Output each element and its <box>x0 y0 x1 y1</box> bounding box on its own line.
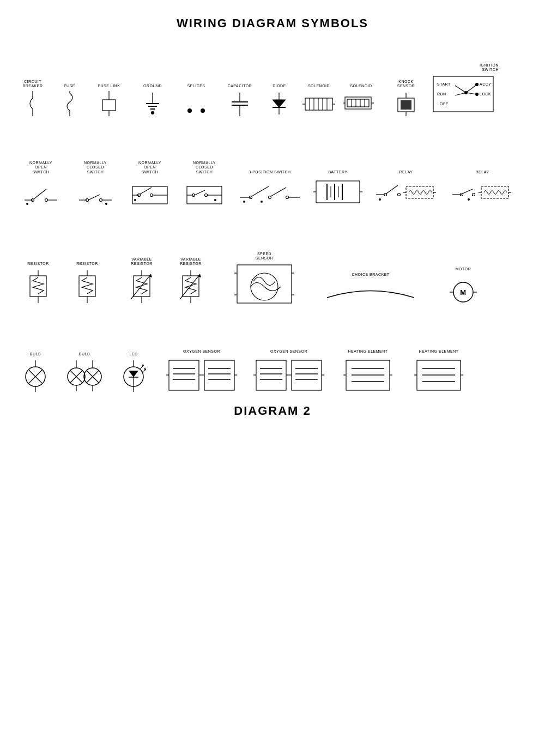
svg-point-68 <box>105 203 107 205</box>
svg-text:RUN: RUN <box>437 92 446 96</box>
svg-marker-166 <box>144 367 146 370</box>
knock-sensor-symbol: KNOCKSENSOR <box>387 80 425 117</box>
svg-line-102 <box>386 185 398 193</box>
var-resistor2-label: VARIABLERESISTOR <box>180 257 202 267</box>
resistor1-symbol: RESISTOR <box>16 262 60 305</box>
splices-label: SPLICES <box>187 84 205 88</box>
svg-rect-41 <box>401 100 411 110</box>
row2-symbols: NORMALLYOPENSWITCH NORMALLYCLOSEDSWITCH <box>16 161 529 208</box>
heating-element1-symbol: HEATING ELEMENT <box>338 349 398 393</box>
svg-point-13 <box>187 108 192 113</box>
solenoid1-label: SOLENOID <box>308 84 330 88</box>
norm-open-switch1-symbol: NORMALLYOPENSWITCH <box>16 161 65 208</box>
ground-symbol: GROUND <box>134 84 172 117</box>
svg-rect-182 <box>292 360 322 390</box>
svg-line-87 <box>271 188 286 196</box>
resistor1-label: RESISTOR <box>27 262 49 266</box>
diode-symbol: DIODE <box>264 84 294 117</box>
fuse-symbol: FUSE <box>55 84 84 117</box>
svg-rect-132 <box>237 265 292 303</box>
svg-line-163 <box>140 365 144 370</box>
oxygen-sensor2-label: OXYGEN SENSOR <box>270 349 307 354</box>
svg-marker-159 <box>129 371 138 377</box>
svg-point-82 <box>214 199 216 201</box>
norm-closed-switch2-symbol: NORMALLYCLOSEDSWITCH <box>180 161 229 208</box>
svg-point-91 <box>261 201 263 203</box>
svg-rect-171 <box>204 360 234 390</box>
solenoid2-symbol: SOLENOID <box>341 84 382 117</box>
svg-point-60 <box>45 198 48 201</box>
capacitor-label: CAPACITOR <box>228 84 252 88</box>
heating-element2-label: HEATING ELEMENT <box>419 349 458 354</box>
battery-label: BATTERY <box>328 170 347 174</box>
speed-sensor-symbol: SPEEDSENSOR <box>229 252 300 306</box>
norm-closed-switch1-symbol: NORMALLYCLOSEDSWITCH <box>71 161 120 208</box>
heating-element1-label: HEATING ELEMENT <box>348 349 387 354</box>
svg-point-103 <box>398 193 401 196</box>
svg-point-75 <box>134 199 136 201</box>
svg-point-115 <box>468 198 470 201</box>
oxygen-sensor2-symbol: OXYGEN SENSOR <box>251 349 327 393</box>
ground-label: GROUND <box>143 84 162 88</box>
var-resistor1-label: VARIABLERESISTOR <box>131 257 153 267</box>
row1-symbols: CIRCUITBREAKER FUSE FUSE LINK <box>16 63 529 117</box>
svg-point-107 <box>379 198 381 201</box>
ignition-switch-label: IGNITIONSWITCH <box>431 63 501 72</box>
bulb1-symbol: BULB <box>16 352 55 393</box>
motor-symbol: MOTOR M <box>441 267 485 305</box>
relay1-symbol: RELAY <box>371 170 441 208</box>
ignition-switch-symbol: IGNITIONSWITCH START RUN OFF ACCY LOCK <box>431 63 501 117</box>
norm-open-switch1-label: NORMALLYOPENSWITCH <box>29 161 52 174</box>
row3-symbols: RESISTOR RESISTOR VARIABLERESISTOR <box>16 252 529 306</box>
diagram-footer: DIAGRAM 2 <box>16 404 529 429</box>
relay1-label: RELAY <box>399 170 413 174</box>
relay2-symbol: RELAY <box>447 170 518 208</box>
choice-bracket-symbol: CHOICE BRACKET <box>316 273 425 305</box>
var-resistor2-symbol: VARIABLERESISTOR <box>169 257 213 306</box>
3pos-switch-symbol: 3 POSITION SWITCH <box>234 170 305 208</box>
norm-open-switch2-label: NORMALLYOPENSWITCH <box>138 161 161 174</box>
solenoid2-label: SOLENOID <box>350 84 372 88</box>
svg-text:M: M <box>460 288 466 297</box>
svg-line-72 <box>140 188 152 194</box>
svg-point-111 <box>473 193 475 196</box>
capacitor-symbol: CAPACITOR <box>221 84 259 117</box>
svg-rect-117 <box>30 276 46 297</box>
svg-point-66 <box>100 198 102 201</box>
svg-line-54 <box>466 93 477 94</box>
svg-line-55 <box>455 86 466 93</box>
svg-rect-92 <box>316 181 360 203</box>
svg-point-73 <box>150 193 153 196</box>
circuit-breaker-symbol: CIRCUITBREAKER <box>16 80 49 117</box>
svg-line-56 <box>455 93 466 95</box>
svg-text:OFF: OFF <box>440 102 449 106</box>
knock-sensor-label: KNOCKSENSOR <box>397 80 415 89</box>
main-title: WIRING DIAGRAM SYMBOLS <box>16 16 529 31</box>
svg-rect-5 <box>102 100 116 111</box>
relay2-label: RELAY <box>476 170 489 174</box>
3pos-switch-label: 3 POSITION SWITCH <box>249 170 290 174</box>
led-label: LED <box>129 352 137 356</box>
diode-label: DIODE <box>272 84 286 88</box>
svg-line-79 <box>195 190 205 195</box>
svg-line-53 <box>466 84 477 93</box>
svg-rect-33 <box>347 99 369 107</box>
page: WIRING DIAGRAM SYMBOLS CIRCUITBREAKER FU… <box>0 0 545 756</box>
svg-rect-120 <box>79 276 95 297</box>
norm-open-switch2-symbol: NORMALLYOPENSWITCH <box>125 161 174 208</box>
svg-point-12 <box>151 111 154 114</box>
svg-text:LOCK: LOCK <box>480 92 491 96</box>
svg-point-14 <box>201 108 205 113</box>
svg-rect-112 <box>481 186 508 198</box>
svg-rect-167 <box>169 360 199 390</box>
var-resistor1-symbol: VARIABLERESISTOR <box>120 257 164 306</box>
speed-sensor-label: SPEEDSENSOR <box>256 252 274 261</box>
oxygen-sensor1-label: OXYGEN SENSOR <box>183 349 220 354</box>
solenoid1-symbol: SOLENOID <box>300 84 338 117</box>
choice-bracket-label: CHOICE BRACKET <box>352 273 389 277</box>
svg-point-86 <box>269 196 271 198</box>
norm-closed-switch2-label: NORMALLYCLOSEDSWITCH <box>193 161 216 174</box>
fuse-label: FUSE <box>64 84 75 88</box>
resistor2-symbol: RESISTOR <box>65 262 109 305</box>
circuit-breaker-label: CIRCUITBREAKER <box>23 80 43 89</box>
